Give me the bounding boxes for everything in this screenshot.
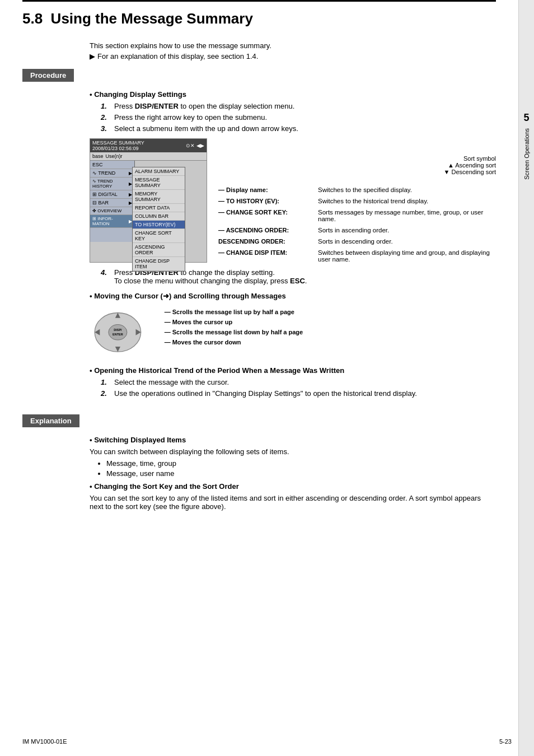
callout-descending: DESCENDING ORDER: Sorts in descending or… [218,238,496,245]
procedure-content: Changing Display Settings 1. Press DISP/… [90,90,496,398]
submenu-alarm-summary: ALARM SUMMARY [133,167,185,176]
cursor-label-scroll-down: — Scrolls the message list down by half … [165,329,303,335]
sort-key-body: You can set the sort key to any of the l… [90,494,496,511]
callouts-area: Sort symbol ▲ Ascending sort ▼ Descendin… [218,138,496,263]
screenshot-container: MESSAGE SUMMARY2008/01/23 02:56:09 ⊙✕ ◀▶… [90,138,496,263]
callout-change-sort-key: — CHANGE SORT KEY: Sorts messages by mes… [218,209,496,222]
submenu-to-history: TO HISTORY(EV) [133,221,185,229]
right-tab: 5 Screen Operations [518,0,534,756]
menu-screenshot: MESSAGE SUMMARY2008/01/23 02:56:09 ⊙✕ ◀▶… [90,138,207,263]
callout-block: — Display name: Switches to the specifie… [218,181,496,263]
submenu-message-summary: MESSAGE SUMMARY [133,176,185,190]
menu-item-digital: ⊞ DIGITAL [90,190,134,199]
explanation-label-wrapper: Explanation [22,414,496,427]
submenu-column-bar: COLUMN BAR [133,212,185,221]
callout-change-disp-item: — CHANGE DISP ITEM: Switches between dis… [218,249,496,263]
menu-title-bar: MESSAGE SUMMARY2008/01/23 02:56:09 ⊙✕ ◀▶ [90,139,207,152]
submenu-change-sort-key: CHANGE SORT KEY [133,229,185,243]
historical-heading: Opening the Historical Trend of the Peri… [90,366,496,375]
hist-step-2: 2. Use the operations outlined in "Chang… [101,389,496,398]
cursor-label-scroll-up: — Scrolls the message list up by half a … [165,309,303,315]
menu-item-overview: ✤ OVERVIEW [90,207,134,215]
cursor-diagram: DISP/ ENTER — Scrolls the message list u… [90,306,496,358]
submenu-ascending-order: ASCENDING ORDER [133,243,185,257]
hist-step-1: 1. Select the message with the cursor. [101,378,496,386]
svg-text:ENTER: ENTER [113,333,123,336]
cursor-label-move-up: — Moves the cursor up [165,319,303,325]
page-footer: IM MV1000-01E 5-23 [22,738,512,745]
changing-display-steps: 1. Press DISP/ENTER to open the display … [101,102,496,133]
callout-to-history: — TO HISTORY (EV): Switches to the histo… [218,198,496,204]
menu-item-esc: ESC [90,161,134,169]
intro-line2: ▶ For an explanation of this display, se… [90,52,496,60]
menu-item-trend: ∿ TREND [90,169,134,178]
cursor-labels: — Scrolls the message list up by half a … [165,306,303,346]
switching-item-1: Message, time, group [106,459,496,468]
cursor-heading: Moving the Cursor (➜) and Scrolling thro… [90,292,496,300]
explanation-content: Switching Displayed Items You can switch… [90,436,496,511]
switching-items-list: Message, time, group Message, user name [90,459,496,478]
submenu-change-disp-item: CHANGE DISP ITEM [133,257,185,271]
step-3: 3. Select a submenu item with the up and… [101,124,496,133]
procedure-label-wrapper: Procedure [22,69,496,82]
menu-body: ESC ∿ TREND ∿ TREND HISTORY ⊞ DIGITAL ⊟ … [90,161,207,242]
menu-item-information: ⊞ INFOR-MATION [90,215,134,228]
arrow-icon: ▶ [90,52,95,60]
intro-text: This section explains how to use the mes… [90,41,496,60]
step-2: 2. Press the right arrow key to open the… [101,113,496,122]
cursor-svg: DISP/ ENTER [90,306,151,356]
menu-item-trend-history: ∿ TREND HISTORY [90,178,134,190]
switching-items-body: You can switch between displaying the fo… [90,447,496,456]
submenu-memory-summary: MEMORY SUMMARY [133,190,185,204]
callout-ascending: — ASCENDING ORDER: Sorts in ascending or… [218,227,496,234]
sort-symbol-box: Sort symbol ▲ Ascending sort ▼ Descendin… [218,155,496,175]
section-title: 5.8 Using the Message Summary [22,10,253,27]
right-tab-label: Screen Operations [523,128,530,180]
footer-right: 5-23 [499,738,512,745]
explanation-label: Explanation [22,414,79,427]
right-tab-number: 5 [523,112,529,124]
historical-steps: 1. Select the message with the cursor. 2… [101,378,496,398]
menu-item-bar: ⊟ BAR [90,199,134,207]
svg-text:DISP/: DISP/ [114,328,122,332]
menu-toolbar: base Use(n)r [90,152,207,161]
sort-key-heading: Changing the Sort Key and the Sort Order [90,482,496,491]
submenu-report-data: REPORT DATA [133,204,185,212]
procedure-label: Procedure [22,69,74,82]
section-header: 5.8 Using the Message Summary [22,0,496,33]
switching-item-2: Message, user name [106,469,496,478]
callout-display-name: — Display name: Switches to the specifie… [218,186,496,193]
step-1: 1. Press DISP/ENTER to open the display … [101,102,496,110]
switching-items-heading: Switching Displayed Items [90,436,496,444]
cursor-label-move-down: — Moves the cursor down [165,339,303,346]
footer-left: IM MV1000-01E [22,738,67,745]
menu-left: ESC ∿ TREND ∿ TREND HISTORY ⊞ DIGITAL ⊟ … [90,161,135,242]
changing-display-heading: Changing Display Settings [90,90,496,99]
intro-line1: This section explains how to use the mes… [90,41,496,50]
menu-submenu: ALARM SUMMARY MESSAGE SUMMARY MEMORY SUM… [132,167,185,272]
